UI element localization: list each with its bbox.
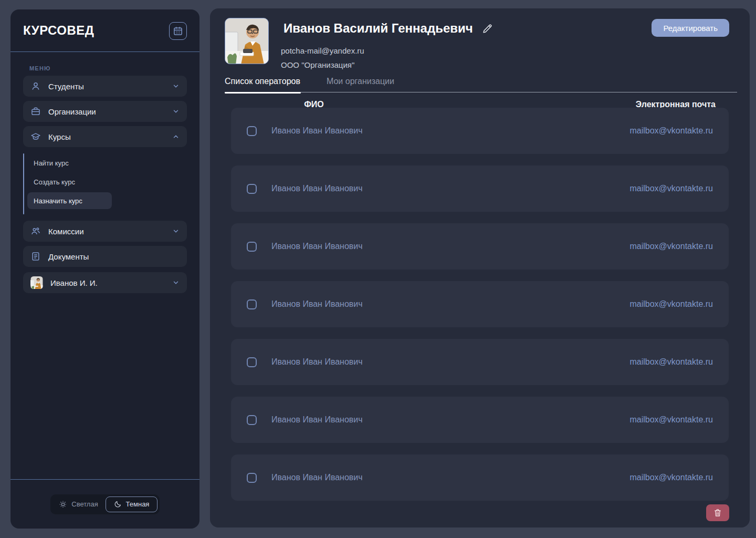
sidebar-item-commissions[interactable]: Комиссии — [23, 221, 187, 242]
chevron-up-icon — [172, 133, 180, 140]
theme-light-label: Светлая — [71, 500, 98, 508]
chevron-down-icon — [172, 108, 180, 115]
chevron-down-icon — [172, 82, 180, 90]
tab-operators-list[interactable]: Список операторов — [225, 77, 300, 94]
theme-dark-button[interactable]: Темная — [106, 496, 158, 512]
row-email: mailbox@vkontakte.ru — [629, 242, 713, 251]
row-checkbox[interactable] — [247, 299, 257, 309]
sidebar-item-label: Иванов И. И. — [50, 278, 172, 287]
row-name: Иванов Иван Иванович — [271, 415, 629, 425]
tab-bar: Список операторов Мои организации — [225, 77, 394, 94]
sidebar: КУРСОВЕД МЕНЮ Студенты — [10, 9, 200, 529]
submenu-item-create-course[interactable]: Создать курс — [27, 173, 111, 190]
tab-my-organizations[interactable]: Мои организации — [327, 77, 394, 94]
moon-icon — [114, 500, 122, 508]
row-checkbox[interactable] — [247, 126, 257, 136]
chevron-down-icon — [172, 227, 180, 235]
app-logo: КУРСОВЕД — [23, 23, 94, 38]
row-email: mailbox@vkontakte.ru — [629, 415, 713, 425]
row-email: mailbox@vkontakte.ru — [629, 473, 713, 482]
submenu-item-assign-course[interactable]: Назначить курс — [27, 192, 112, 209]
sidebar-header: КУРСОВЕД — [10, 9, 200, 52]
row-name: Иванов Иван Иванович — [271, 357, 629, 367]
table-row[interactable]: Иванов Иван Иванович mailbox@vkontakte.r… — [231, 454, 729, 501]
sidebar-item-organizations[interactable]: Организации — [23, 101, 187, 122]
row-name: Иванов Иван Иванович — [271, 126, 629, 136]
row-checkbox[interactable] — [247, 415, 257, 425]
theme-toggle: Светлая Темная — [50, 494, 160, 514]
table-row[interactable]: Иванов Иван Иванович mailbox@vkontakte.r… — [231, 339, 729, 385]
document-icon — [30, 251, 41, 262]
sidebar-item-courses[interactable]: Курсы — [23, 126, 187, 147]
calendar-icon — [173, 26, 183, 36]
theme-dark-label: Темная — [126, 500, 150, 508]
menu-section-label: МЕНЮ — [29, 65, 51, 71]
sidebar-item-user-profile[interactable]: Иванов И. И. — [23, 272, 187, 293]
row-checkbox[interactable] — [247, 242, 257, 252]
main-panel: Иванов Василий Геннадьевич potcha-mail@y… — [210, 8, 750, 527]
calendar-button[interactable] — [169, 22, 187, 40]
row-checkbox[interactable] — [247, 184, 257, 194]
table-row[interactable]: Иванов Иван Иванович mailbox@vkontakte.r… — [231, 108, 729, 154]
sidebar-item-label: Документы — [48, 252, 180, 261]
row-checkbox[interactable] — [247, 473, 257, 483]
sun-icon — [59, 500, 67, 509]
profile-email: potcha-mail@yandex.ru — [281, 46, 364, 55]
theme-light-button[interactable]: Светлая — [52, 496, 104, 512]
operators-table: Иванов Иван Иванович mailbox@vkontakte.r… — [231, 108, 729, 512]
row-email: mailbox@vkontakte.ru — [629, 299, 713, 309]
people-icon — [30, 226, 41, 236]
profile-name: Иванов Василий Геннадьевич — [284, 21, 473, 36]
table-row[interactable]: Иванов Иван Иванович mailbox@vkontakte.r… — [231, 165, 729, 212]
sidebar-item-label: Комиссии — [48, 227, 172, 236]
user-avatar — [30, 276, 43, 289]
row-email: mailbox@vkontakte.ru — [629, 184, 713, 193]
submenu-item-find-course[interactable]: Найти курс — [27, 154, 111, 171]
row-name: Иванов Иван Иванович — [271, 184, 629, 193]
table-row[interactable]: Иванов Иван Иванович mailbox@vkontakte.r… — [231, 281, 729, 327]
sidebar-item-label: Организации — [48, 107, 172, 116]
sidebar-item-label: Студенты — [48, 82, 172, 91]
sidebar-footer: Светлая Темная — [10, 479, 200, 529]
briefcase-icon — [30, 106, 41, 117]
person-icon — [30, 81, 41, 91]
row-email: mailbox@vkontakte.ru — [629, 357, 713, 367]
profile-header: Иванов Василий Геннадьевич — [284, 21, 493, 36]
edit-button[interactable]: Редактировать — [652, 19, 729, 37]
delete-button[interactable] — [706, 504, 729, 521]
sidebar-item-students[interactable]: Студенты — [23, 76, 187, 97]
sidebar-menu: Студенты Организации — [23, 76, 187, 297]
row-name: Иванов Иван Иванович — [271, 299, 629, 309]
chevron-down-icon — [172, 279, 180, 286]
row-name: Иванов Иван Иванович — [271, 242, 629, 251]
table-row[interactable]: Иванов Иван Иванович mailbox@vkontakte.r… — [231, 397, 729, 443]
edit-pencil-icon[interactable] — [481, 23, 493, 35]
trash-icon — [713, 508, 722, 518]
row-name: Иванов Иван Иванович — [271, 473, 629, 482]
courses-submenu: Найти курс Создать курс Назначить курс — [23, 151, 187, 216]
profile-organization: ООО "Организация" — [281, 60, 354, 69]
sidebar-item-documents[interactable]: Документы — [23, 246, 187, 267]
tabs-underline — [225, 92, 737, 92]
table-row[interactable]: Иванов Иван Иванович mailbox@vkontakte.r… — [231, 223, 729, 270]
row-checkbox[interactable] — [247, 357, 257, 367]
row-email: mailbox@vkontakte.ru — [629, 126, 713, 136]
graduation-cap-icon — [30, 131, 41, 142]
profile-avatar — [225, 18, 269, 64]
sidebar-item-label: Курсы — [48, 132, 172, 141]
